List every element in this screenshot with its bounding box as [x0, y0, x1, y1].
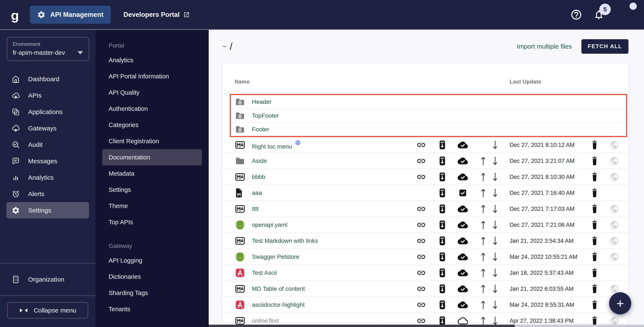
- sidebar-item-alerts[interactable]: Alerts: [0, 186, 96, 202]
- document-name-link[interactable]: onlineTest: [252, 317, 279, 324]
- published-cloud-icon[interactable]: [458, 140, 468, 149]
- delete-icon[interactable]: [591, 156, 598, 166]
- move-down-icon[interactable]: [492, 236, 498, 246]
- document-name-link[interactable]: tttt: [252, 205, 258, 212]
- document-name-link[interactable]: Right toc menu: [252, 140, 301, 150]
- save-icon[interactable]: [438, 284, 446, 294]
- delete-icon[interactable]: [591, 300, 598, 310]
- move-down-icon[interactable]: [492, 252, 498, 262]
- developers-portal-link[interactable]: Developers Portal: [124, 11, 190, 19]
- document-name-link[interactable]: Aside: [252, 158, 267, 164]
- move-down-icon[interactable]: [492, 204, 498, 214]
- subnav-item-client-registration[interactable]: Client Registration: [96, 133, 209, 149]
- published-cloud-icon[interactable]: [458, 156, 468, 165]
- move-up-icon[interactable]: [480, 220, 486, 230]
- link-icon[interactable]: [416, 252, 426, 261]
- delete-icon[interactable]: [591, 316, 598, 326]
- document-name-link[interactable]: asciidoctor-highlight: [252, 301, 304, 308]
- link-icon[interactable]: [416, 236, 426, 246]
- link-icon[interactable]: [416, 140, 426, 150]
- move-up-icon[interactable]: [480, 188, 486, 198]
- save-icon[interactable]: [438, 220, 446, 230]
- save-icon[interactable]: [438, 316, 446, 326]
- globe-icon[interactable]: [610, 236, 619, 246]
- move-up-icon[interactable]: [480, 300, 486, 310]
- published-cloud-icon[interactable]: [458, 252, 468, 261]
- published-cloud-icon[interactable]: [458, 268, 468, 277]
- move-down-icon[interactable]: [492, 140, 498, 150]
- user-menu-button[interactable]: [616, 7, 632, 23]
- fetch-all-button[interactable]: FETCH ALL: [582, 39, 628, 54]
- save-icon[interactable]: [438, 140, 446, 150]
- published-cloud-icon[interactable]: [458, 204, 468, 213]
- move-down-icon[interactable]: [492, 172, 498, 182]
- globe-icon[interactable]: [610, 140, 619, 150]
- sidebar-item-apis[interactable]: APIs: [0, 87, 96, 104]
- help-button[interactable]: [570, 9, 582, 21]
- move-up-icon[interactable]: [480, 316, 486, 326]
- sidebar-item-dashboard[interactable]: Dashboard: [0, 71, 96, 87]
- delete-icon[interactable]: [591, 284, 598, 294]
- subnav-item-documentation[interactable]: Documentation: [102, 149, 202, 165]
- delete-icon[interactable]: [591, 172, 598, 182]
- breadcrumb-root[interactable]: ~: [222, 43, 226, 50]
- sidebar-item-applications[interactable]: Applications: [0, 104, 96, 120]
- save-icon[interactable]: [438, 252, 446, 262]
- globe-icon[interactable]: [610, 284, 619, 293]
- subnav-item-metadata[interactable]: Metadata: [96, 165, 209, 182]
- document-name-link[interactable]: Test Markdown with links: [252, 237, 318, 244]
- globe-icon[interactable]: [610, 252, 619, 261]
- globe-icon[interactable]: [610, 156, 619, 166]
- delete-icon[interactable]: [591, 236, 598, 246]
- move-down-icon[interactable]: [492, 156, 498, 166]
- move-down-icon[interactable]: [492, 220, 498, 230]
- delete-icon[interactable]: [591, 140, 598, 150]
- document-name-link[interactable]: MD Table of content: [252, 285, 305, 292]
- published-cloud-icon[interactable]: [458, 300, 468, 309]
- save-icon[interactable]: [438, 156, 446, 166]
- link-icon[interactable]: [416, 316, 426, 325]
- published-cloud-icon[interactable]: [458, 220, 468, 229]
- gravitee-logo[interactable]: g: [0, 8, 30, 22]
- subnav-item-dictionaries[interactable]: Dictionaries: [96, 269, 209, 285]
- document-name-link[interactable]: bbbb: [252, 174, 265, 180]
- sidebar-item-analytics[interactable]: Analytics: [0, 169, 96, 186]
- move-up-icon[interactable]: [480, 252, 486, 262]
- subnav-item-authentication[interactable]: Authentication: [96, 101, 209, 117]
- save-icon[interactable]: [438, 268, 446, 278]
- move-up-icon[interactable]: [480, 156, 486, 166]
- move-up-icon[interactable]: [480, 284, 486, 294]
- save-icon[interactable]: [438, 204, 446, 214]
- sidebar-item-audit[interactable]: Audit: [0, 136, 96, 153]
- checkbox-checked-icon[interactable]: [458, 189, 467, 197]
- globe-icon[interactable]: [610, 316, 619, 325]
- link-icon[interactable]: [416, 156, 426, 166]
- sidebar-item-gateways[interactable]: Gateways: [0, 120, 96, 136]
- sidebar-item-organization[interactable]: Organization: [0, 263, 96, 295]
- delete-icon[interactable]: [591, 268, 598, 278]
- move-up-icon[interactable]: [480, 268, 486, 278]
- document-name-link[interactable]: openapi.yaml: [252, 221, 288, 228]
- move-up-icon[interactable]: [480, 236, 486, 246]
- move-down-icon[interactable]: [492, 316, 498, 326]
- move-up-icon[interactable]: [480, 204, 486, 214]
- system-folder-name-link[interactable]: TopFooter: [252, 112, 279, 119]
- notifications-button[interactable]: 5: [593, 9, 604, 20]
- move-up-icon[interactable]: [480, 172, 486, 182]
- subnav-item-theme[interactable]: Theme: [96, 198, 209, 214]
- document-name-link[interactable]: Swagger Petstore: [252, 253, 300, 260]
- save-icon[interactable]: [438, 188, 446, 198]
- system-folder-name-link[interactable]: Header: [252, 99, 272, 105]
- delete-icon[interactable]: [591, 252, 598, 262]
- subnav-item-analytics[interactable]: Analytics: [96, 52, 209, 68]
- sidebar-item-messages[interactable]: Messages: [0, 153, 96, 169]
- move-down-icon[interactable]: [492, 284, 498, 294]
- move-down-icon[interactable]: [492, 268, 498, 278]
- save-icon[interactable]: [438, 236, 446, 246]
- document-name-link[interactable]: aaa: [252, 189, 262, 196]
- globe-icon[interactable]: [610, 204, 619, 214]
- import-multiple-files-link[interactable]: Import multiple files: [517, 43, 572, 50]
- globe-icon[interactable]: [610, 172, 619, 182]
- unpublished-cloud-icon[interactable]: [458, 316, 468, 325]
- subnav-item-api-logging[interactable]: API Logging: [96, 252, 209, 269]
